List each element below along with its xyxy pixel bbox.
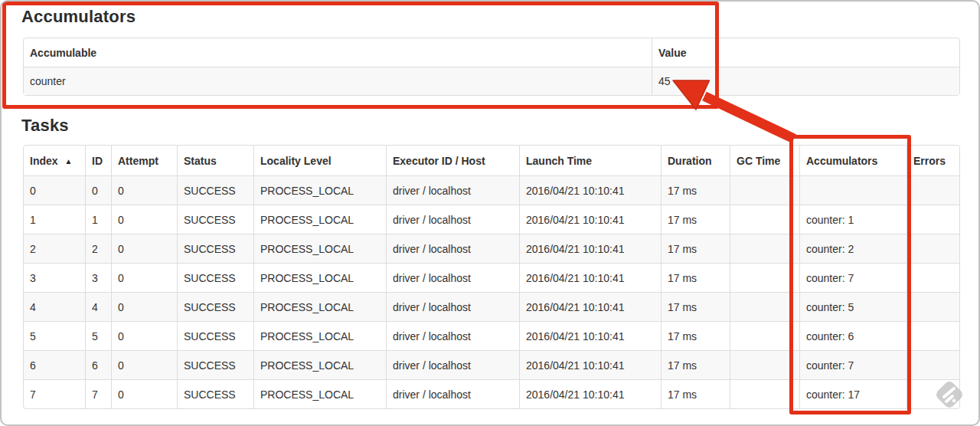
column-header-duration[interactable]: Duration <box>661 146 730 175</box>
table-row: 550SUCCESSPROCESS_LOCALdriver / localhos… <box>24 321 959 350</box>
cell-attempt: 0 <box>111 379 177 408</box>
table-row: 440SUCCESSPROCESS_LOCALdriver / localhos… <box>24 292 959 321</box>
cell-launch-time: 2016/04/21 10:10:41 <box>519 234 661 263</box>
cell-executor-id-host: driver / localhost <box>386 263 519 292</box>
cell-locality-level: PROCESS_LOCAL <box>253 263 386 292</box>
tasks-table: Index▲IDAttemptStatusLocality LevelExecu… <box>23 145 960 409</box>
column-header-errors[interactable]: Errors <box>906 146 959 175</box>
cell-executor-id-host: driver / localhost <box>386 321 519 350</box>
cell-errors <box>906 350 959 379</box>
cell-accumulators: counter: 5 <box>799 292 906 321</box>
cell-duration: 17 ms <box>661 321 730 350</box>
cell-errors <box>906 292 959 321</box>
cell-id: 1 <box>85 205 111 234</box>
cell-duration: 17 ms <box>661 350 730 379</box>
cell-accumulators <box>799 175 906 205</box>
cell-status: SUCCESS <box>177 379 253 408</box>
column-header-accumulable[interactable]: Accumulable <box>24 38 652 67</box>
cell-accumulators: counter: 17 <box>799 379 906 408</box>
cell-accumulators: counter: 1 <box>799 205 906 234</box>
cell-id: 5 <box>85 321 111 350</box>
column-header-accumulators[interactable]: Accumulators <box>799 146 906 175</box>
column-header-attempt[interactable]: Attempt <box>111 146 177 175</box>
cell-locality-level: PROCESS_LOCAL <box>253 350 386 379</box>
cell-id: 4 <box>85 292 111 321</box>
column-header-value[interactable]: Value <box>652 38 959 67</box>
cell-executor-id-host: driver / localhost <box>386 234 519 263</box>
cell-duration: 17 ms <box>661 205 730 234</box>
cell-index: 5 <box>24 321 85 350</box>
cell-errors <box>906 234 959 263</box>
accumulators-section-heading: Accumulators <box>21 7 136 27</box>
cell-accumulators: counter: 6 <box>799 321 906 350</box>
cell-launch-time: 2016/04/21 10:10:41 <box>519 263 661 292</box>
cell-index: 2 <box>24 234 85 263</box>
cell-gc-time <box>730 321 799 350</box>
cell-status: SUCCESS <box>177 205 253 234</box>
table-row: 220SUCCESSPROCESS_LOCALdriver / localhos… <box>24 234 959 263</box>
cell-duration: 17 ms <box>661 379 730 408</box>
cell-launch-time: 2016/04/21 10:10:41 <box>519 379 661 408</box>
cell-locality-level: PROCESS_LOCAL <box>253 321 386 350</box>
column-header-status[interactable]: Status <box>177 146 253 175</box>
cell-attempt: 0 <box>111 321 177 350</box>
table-row: counter45 <box>24 67 959 95</box>
table-row: 330SUCCESSPROCESS_LOCALdriver / localhos… <box>24 263 959 292</box>
column-header-launch-time[interactable]: Launch Time <box>519 146 661 175</box>
cell-attempt: 0 <box>111 350 177 379</box>
accumulators-table: AccumulableValuecounter45 <box>23 38 960 96</box>
cell-status: SUCCESS <box>177 321 253 350</box>
cell-index: 1 <box>24 205 85 234</box>
cell-errors <box>906 175 959 205</box>
cell-executor-id-host: driver / localhost <box>386 175 519 205</box>
cell-status: SUCCESS <box>177 292 253 321</box>
column-header-id[interactable]: ID <box>85 146 111 175</box>
cell-executor-id-host: driver / localhost <box>386 350 519 379</box>
column-header-index[interactable]: Index▲ <box>24 146 85 175</box>
cell-id: 6 <box>85 350 111 379</box>
cell-index: 6 <box>24 350 85 379</box>
cell-errors <box>906 205 959 234</box>
cell-index: 7 <box>24 379 85 408</box>
cell-gc-time <box>730 379 799 408</box>
cell-launch-time: 2016/04/21 10:10:41 <box>519 321 661 350</box>
cell-accumulators: counter: 7 <box>799 350 906 379</box>
cell-locality-level: PROCESS_LOCAL <box>253 234 386 263</box>
cell-id: 0 <box>85 175 111 205</box>
cell-attempt: 0 <box>111 292 177 321</box>
cell-errors <box>906 321 959 350</box>
column-header-executor-id-host[interactable]: Executor ID / Host <box>386 146 519 175</box>
table-row: 110SUCCESSPROCESS_LOCALdriver / localhos… <box>24 205 959 234</box>
cell-gc-time <box>730 234 799 263</box>
cell-index: 3 <box>24 263 85 292</box>
cell-locality-level: PROCESS_LOCAL <box>253 175 386 205</box>
cell-id: 2 <box>85 234 111 263</box>
cell-duration: 17 ms <box>661 292 730 321</box>
cell-accumulable: counter <box>24 67 652 95</box>
cell-accumulators: counter: 7 <box>799 263 906 292</box>
cell-gc-time <box>730 292 799 321</box>
tasks-section-heading: Tasks <box>21 116 69 136</box>
cell-status: SUCCESS <box>177 263 253 292</box>
cell-locality-level: PROCESS_LOCAL <box>253 205 386 234</box>
cell-gc-time <box>730 175 799 205</box>
cell-gc-time <box>730 205 799 234</box>
cell-launch-time: 2016/04/21 10:10:41 <box>519 350 661 379</box>
cell-attempt: 0 <box>111 175 177 205</box>
cell-duration: 17 ms <box>661 175 730 205</box>
cell-value: 45 <box>652 67 959 95</box>
cell-id: 7 <box>85 379 111 408</box>
table-row: 660SUCCESSPROCESS_LOCALdriver / localhos… <box>24 350 959 379</box>
cell-errors <box>906 263 959 292</box>
table-row: 770SUCCESSPROCESS_LOCALdriver / localhos… <box>24 379 959 408</box>
column-header-gc-time[interactable]: GC Time <box>730 146 799 175</box>
cell-executor-id-host: driver / localhost <box>386 292 519 321</box>
cell-gc-time <box>730 350 799 379</box>
cell-attempt: 0 <box>111 205 177 234</box>
cell-attempt: 0 <box>111 234 177 263</box>
column-header-locality-level[interactable]: Locality Level <box>253 146 386 175</box>
cell-status: SUCCESS <box>177 234 253 263</box>
cell-launch-time: 2016/04/21 10:10:41 <box>519 175 661 205</box>
header-row: AccumulableValue <box>24 38 959 67</box>
cell-status: SUCCESS <box>177 175 253 205</box>
